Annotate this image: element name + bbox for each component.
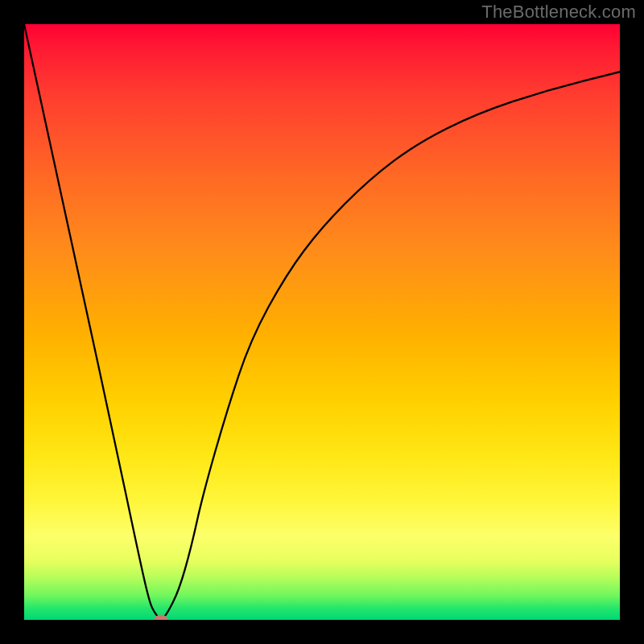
- chart-frame: TheBottleneck.com: [0, 0, 644, 644]
- watermark-text: TheBottleneck.com: [481, 2, 636, 23]
- minimum-marker: [155, 615, 168, 621]
- plot-area: [24, 24, 620, 620]
- bottleneck-curve: [24, 24, 620, 618]
- curve-svg: [24, 24, 620, 620]
